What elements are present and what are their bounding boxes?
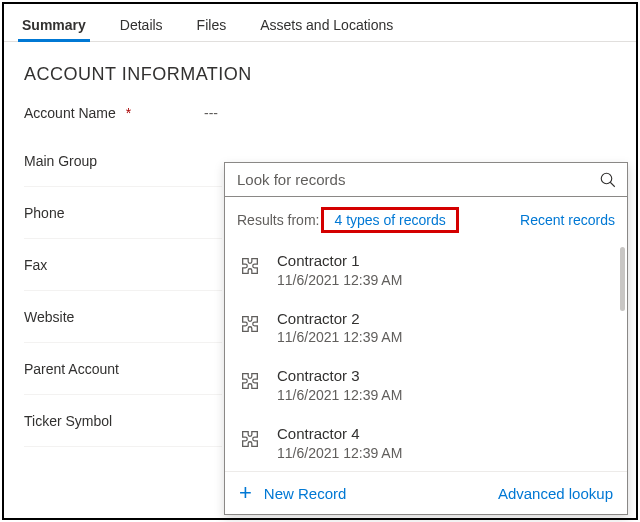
field-ticker[interactable]: Ticker Symbol [24, 395, 222, 447]
tab-files[interactable]: Files [193, 9, 231, 41]
lookup-results: Contractor 1 11/6/2021 12:39 AM Contract… [225, 241, 627, 471]
field-parent-account[interactable]: Parent Account [24, 343, 222, 395]
new-record-button[interactable]: + New Record [239, 482, 346, 504]
tab-bar: Summary Details Files Assets and Locatio… [4, 4, 636, 42]
section-title: ACCOUNT INFORMATION [4, 42, 636, 91]
account-name-label: Account Name [24, 105, 116, 121]
parent-account-label: Parent Account [24, 357, 184, 381]
field-phone[interactable]: Phone [24, 187, 222, 239]
tab-summary[interactable]: Summary [18, 9, 90, 41]
recent-records-link[interactable]: Recent records [520, 212, 615, 228]
new-record-label: New Record [264, 485, 347, 502]
account-name-value[interactable]: --- [184, 105, 218, 121]
field-website[interactable]: Website [24, 291, 222, 343]
search-icon[interactable] [599, 171, 617, 189]
advanced-lookup-link[interactable]: Advanced lookup [498, 485, 613, 502]
required-indicator: * [120, 105, 131, 121]
result-subtitle: 11/6/2021 12:39 AM [277, 328, 613, 346]
result-subtitle: 11/6/2021 12:39 AM [277, 444, 613, 462]
result-title: Contractor 2 [277, 309, 613, 329]
result-title: Contractor 3 [277, 366, 613, 386]
field-main-group[interactable]: Main Group [24, 135, 222, 187]
phone-label: Phone [24, 201, 184, 225]
main-group-label: Main Group [24, 149, 184, 173]
result-title: Contractor 1 [277, 251, 613, 271]
result-subtitle: 11/6/2021 12:39 AM [277, 386, 613, 404]
scrollbar-thumb[interactable] [620, 247, 625, 311]
lookup-flyout: Results from: 4 types of records Recent … [224, 162, 628, 515]
tab-assets-locations[interactable]: Assets and Locations [256, 9, 397, 41]
result-subtitle: 11/6/2021 12:39 AM [277, 271, 613, 289]
lookup-result-item[interactable]: Contractor 1 11/6/2021 12:39 AM [225, 241, 627, 299]
website-label: Website [24, 305, 184, 329]
lookup-search-input[interactable] [235, 170, 599, 189]
field-fax[interactable]: Fax [24, 239, 222, 291]
puzzle-icon [239, 370, 261, 392]
results-from-label: Results from: [237, 212, 319, 228]
puzzle-icon [239, 313, 261, 335]
fax-label: Fax [24, 253, 184, 277]
lookup-result-item[interactable]: Contractor 3 11/6/2021 12:39 AM [225, 356, 627, 414]
record-types-link[interactable]: 4 types of records [330, 211, 449, 229]
tab-details[interactable]: Details [116, 9, 167, 41]
result-title: Contractor 4 [277, 424, 613, 444]
svg-point-0 [601, 173, 612, 184]
field-account-name: Account Name * --- [24, 91, 636, 135]
lookup-result-item[interactable]: Contractor 2 11/6/2021 12:39 AM [225, 299, 627, 357]
puzzle-icon [239, 428, 261, 450]
ticker-label: Ticker Symbol [24, 409, 184, 433]
puzzle-icon [239, 255, 261, 277]
svg-line-1 [610, 182, 615, 187]
lookup-result-item[interactable]: Contractor 4 11/6/2021 12:39 AM [225, 414, 627, 471]
plus-icon: + [239, 482, 252, 504]
